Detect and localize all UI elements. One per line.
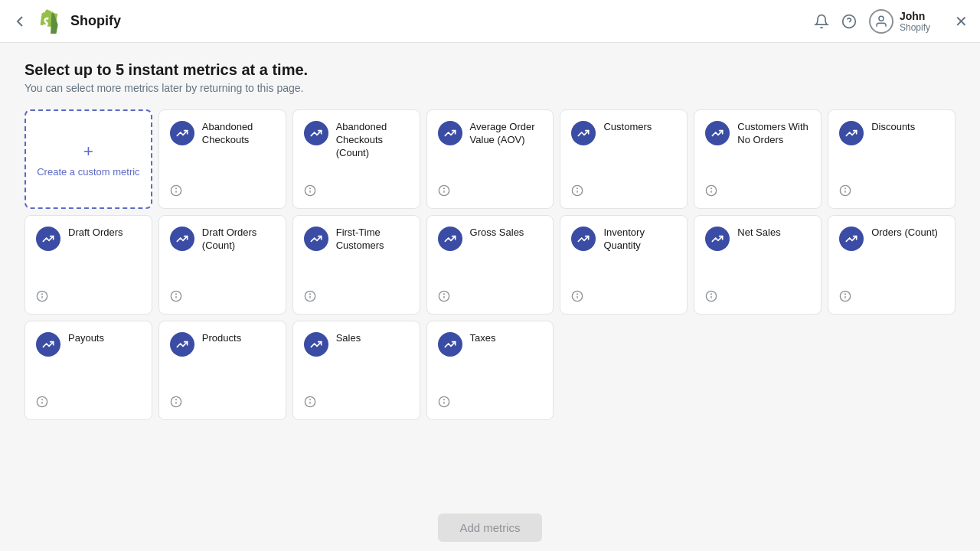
metric-name: Products [202,332,241,345]
metric-icon [170,121,194,145]
metric-info-icon[interactable] [36,396,48,410]
info-icon [304,184,316,197]
info-icon [304,396,316,408]
metric-icon [839,227,864,251]
metric-name: First-Time Customers [336,227,409,253]
metric-info-icon[interactable] [304,290,316,305]
trend-icon [711,127,724,139]
metric-name: Orders (Count) [871,227,938,240]
metric-card-net-sales[interactable]: Net Sales [694,215,822,315]
info-icon [170,184,182,197]
metric-name: Abandoned Checkouts [202,121,275,147]
metric-info-icon[interactable] [304,184,316,199]
trend-icon [176,338,188,350]
metric-top: Taxes [438,332,543,357]
info-icon [839,184,851,197]
trend-icon [42,338,54,350]
metric-info-icon[interactable] [170,396,182,410]
add-metrics-button[interactable]: Add metrics [438,514,541,542]
metric-info-icon[interactable] [571,184,583,199]
info-icon [571,290,583,302]
metric-name: Draft Orders [68,227,123,240]
metric-icon [705,227,730,251]
trend-icon [845,127,858,139]
metric-info-icon[interactable] [571,290,583,305]
help-button[interactable] [841,14,857,29]
back-button[interactable] [12,14,28,29]
metric-card-average-order-value[interactable]: Average Order Value (AOV) [426,109,554,209]
metric-card-gross-sales[interactable]: Gross Sales [426,215,554,315]
metric-card-abandoned-checkouts-count[interactable]: Abandoned Checkouts (Count) [292,109,420,209]
metric-info-icon[interactable] [170,184,182,199]
trend-icon [444,338,456,350]
info-icon [170,290,182,302]
user-name: John [900,10,930,22]
metric-name: Discounts [871,121,915,134]
info-icon [304,290,316,302]
metric-card-taxes[interactable]: Taxes [426,321,554,420]
metric-card-orders-count[interactable]: Orders (Count) [828,215,956,315]
metric-card-first-time-customers[interactable]: First-Time Customers [292,215,420,315]
metric-top: Draft Orders [36,227,141,251]
metrics-grid: + Create a custom metric Abandoned Check… [24,109,956,420]
metric-card-draft-orders[interactable]: Draft Orders [24,215,152,315]
metric-info-icon[interactable] [438,396,450,410]
metric-card-customers-no-orders[interactable]: Customers With No Orders [694,109,822,209]
metric-icon [304,332,328,357]
metric-top: Discounts [839,121,944,145]
metric-info-icon[interactable] [839,290,851,305]
user-menu-button[interactable]: John Shopify [869,9,930,34]
metric-card-draft-orders-count[interactable]: Draft Orders (Count) [158,215,286,315]
metric-card-payouts[interactable]: Payouts [24,321,152,420]
metric-card-products[interactable]: Products [158,321,286,420]
metric-top: Abandoned Checkouts [170,121,275,147]
metric-info-icon[interactable] [170,290,182,305]
metric-name: Taxes [470,332,496,345]
trend-icon [577,233,590,245]
metric-name: Draft Orders (Count) [202,227,275,253]
metric-info-icon[interactable] [304,396,316,410]
header-left: Shopify [12,9,121,34]
trend-icon [444,233,456,245]
metric-card-customers[interactable]: Customers [560,109,688,209]
trend-icon [310,233,322,245]
info-icon [438,290,450,302]
metric-icon [705,121,730,145]
metric-info-icon[interactable] [438,290,450,305]
metric-info-icon[interactable] [705,290,717,305]
metric-top: Customers [571,121,676,145]
trend-icon [310,338,322,350]
info-icon [36,290,48,302]
trend-icon [577,127,590,139]
metric-name: Inventory Quantity [603,227,676,253]
metric-info-icon[interactable] [438,184,450,199]
page-subtext: You can select more metrics later by ret… [24,82,956,94]
main-content: Select up to 5 instant metrics at a time… [0,43,980,504]
info-icon [36,396,48,408]
metric-card-discounts[interactable]: Discounts [828,109,956,209]
metric-top: Gross Sales [438,227,543,251]
trend-icon [42,233,54,245]
metric-top: Products [170,332,275,357]
metric-card-inventory-quantity[interactable]: Inventory Quantity [560,215,688,315]
metric-info-icon[interactable] [36,290,48,305]
metric-top: Payouts [36,332,141,357]
metric-name: Sales [336,332,361,345]
info-icon [438,396,450,408]
user-info: John Shopify [900,10,930,33]
notifications-button[interactable] [814,14,829,29]
metric-icon [304,227,328,251]
metric-card-sales[interactable]: Sales [292,321,420,420]
info-icon [839,290,851,302]
user-avatar [869,9,893,34]
close-button[interactable]: ✕ [955,12,968,31]
metric-name: Customers With No Orders [737,121,810,147]
metric-top: First-Time Customers [304,227,409,253]
metric-icon [170,332,194,357]
metric-info-icon[interactable] [839,184,851,199]
metric-card-abandoned-checkouts[interactable]: Abandoned Checkouts [158,109,286,209]
metric-top: Abandoned Checkouts (Count) [304,121,409,160]
metric-info-icon[interactable] [705,184,717,199]
create-custom-metric-card[interactable]: + Create a custom metric [24,109,152,209]
metric-top: Draft Orders (Count) [170,227,275,253]
